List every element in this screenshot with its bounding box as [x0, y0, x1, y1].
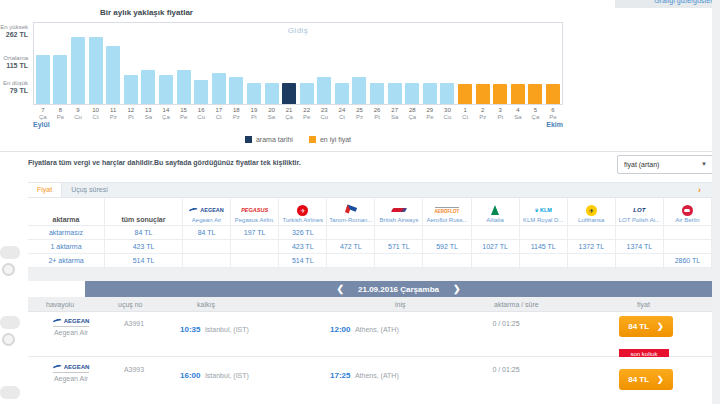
- day-of-week: Pt: [122, 114, 140, 120]
- aeroflot-logo-icon: AEROFLOT: [435, 204, 460, 216]
- chart-bar-day-9[interactable]: [71, 37, 85, 104]
- chart-bar-day-17[interactable]: [212, 73, 226, 104]
- stops-duration: 0 / 01:25: [476, 320, 536, 327]
- chart-bar-day-11[interactable]: [106, 46, 120, 104]
- price-button[interactable]: 84 TL❯: [619, 316, 673, 337]
- chart-bar-day-5[interactable]: [528, 84, 542, 104]
- chart-day-label: 24Ct: [333, 107, 351, 120]
- day-of-week: Pt: [491, 114, 509, 120]
- chart-bar-day-4[interactable]: [511, 84, 525, 104]
- filter-radio[interactable]: [2, 263, 15, 276]
- chart-bar-day-23[interactable]: [317, 77, 331, 104]
- matrix-airline-aeroflot[interactable]: AEROFLOTAeroflot Russ...: [423, 198, 471, 226]
- chart-bar-day-12[interactable]: [124, 75, 138, 104]
- filter-slider-handle[interactable]: [0, 316, 20, 329]
- chart-bar-day-21[interactable]: [282, 83, 296, 104]
- matrix-one_stop-lot-price[interactable]: 1374 TL: [616, 240, 664, 254]
- matrix-direct-all-price[interactable]: 84 TL: [105, 226, 183, 240]
- chart-bar-day-30[interactable]: [440, 83, 454, 104]
- chart-bar-day-18[interactable]: [229, 77, 243, 104]
- day-of-week: Pe: [421, 114, 439, 120]
- tab-ucus-suresi[interactable]: Uçuş süresi: [62, 183, 117, 197]
- prev-day-icon[interactable]: ❮: [336, 284, 344, 294]
- chart-bar-day-14[interactable]: [159, 75, 173, 104]
- matrix-airline-alitalia[interactable]: Alitalia: [472, 198, 520, 226]
- matrix-airline-lot[interactable]: LOTLOT Polish Ai...: [616, 198, 664, 226]
- matrix-empty-cell: [423, 226, 471, 240]
- chart-bar-day-29[interactable]: [423, 83, 437, 104]
- airline-name: Alitalia: [486, 217, 504, 223]
- matrix-direct-pegasus-price[interactable]: 197 TL: [231, 226, 279, 240]
- price-notice: Fiyatlara tüm vergi ve harçlar dahildir.…: [28, 159, 301, 166]
- matrix-one_stop-lot-price-label: 1374 TL: [627, 243, 653, 250]
- departure-airport: Istanbul, (IST): [205, 326, 249, 333]
- chart-bar-cell: [87, 23, 105, 104]
- matrix-direct-turkish-price[interactable]: 326 TL: [279, 226, 327, 240]
- chevron-right-icon: ❯: [657, 322, 664, 331]
- matrix-one_stop-klm-price[interactable]: 1145 TL: [520, 240, 568, 254]
- tab-fiyat[interactable]: Fiyat: [28, 183, 62, 197]
- chart-bar-day-26[interactable]: [370, 83, 384, 104]
- matrix-airline-lufthansa[interactable]: ✈Lufthansa: [568, 198, 616, 226]
- matrix-header-all-results: tüm sonuçlar: [105, 198, 183, 226]
- matrix-multi-turkish-price[interactable]: 514 TL: [279, 254, 327, 268]
- chart-bar-day-8[interactable]: [53, 55, 67, 104]
- next-day-icon[interactable]: ❯: [453, 284, 461, 294]
- filter-radio[interactable]: [2, 333, 15, 346]
- chart-bar-day-28[interactable]: [405, 83, 419, 104]
- chart-bar-day-6[interactable]: [546, 84, 560, 104]
- matrix-tabbar: Fiyat Uçuş süresi: [28, 182, 712, 198]
- logo-text: AEGEAN: [64, 318, 90, 324]
- matrix-one_stop-aeroflot-price[interactable]: 592 TL: [423, 240, 471, 254]
- matrix-direct-pegasus-price-label: 197 TL: [244, 229, 266, 236]
- day-number: 8: [52, 107, 70, 113]
- chart-bar-day-24[interactable]: [335, 83, 349, 104]
- matrix-airline-airberlin[interactable]: Air Berlin: [664, 198, 712, 226]
- chart-bar-day-3[interactable]: [493, 84, 507, 104]
- day-of-week: Ça: [34, 114, 52, 120]
- ba-ribbon: [391, 208, 407, 212]
- price-label: 84 TL: [628, 375, 649, 384]
- chart-bar-day-16[interactable]: [194, 80, 208, 104]
- chart-bar-day-25[interactable]: [352, 77, 366, 104]
- price-chart-panel: Bir aylık yaklaşık fiyatlar En yüksek 26…: [0, 0, 712, 151]
- matrix-airline-aegean[interactable]: AEGEANAegean Air: [183, 198, 231, 226]
- chart-bar-day-27[interactable]: [388, 83, 402, 104]
- matrix-one_stop-turkish-price[interactable]: 423 TL: [279, 240, 327, 254]
- chart-day-label: 6Pe: [544, 107, 562, 120]
- matrix-airline-tarom[interactable]: Tarom-Roman...: [327, 198, 375, 226]
- chart-bar-day-19[interactable]: [247, 83, 261, 104]
- matrix-airline-ba[interactable]: British Airways: [375, 198, 423, 226]
- matrix-one_stop-tarom-price[interactable]: 472 TL: [327, 240, 375, 254]
- matrix-multi-all-price[interactable]: 514 TL: [105, 254, 183, 268]
- chart-bar-day-7[interactable]: [36, 55, 50, 104]
- chart-bar-day-22[interactable]: [300, 83, 314, 104]
- matrix-one_stop-ba-price-label: 571 TL: [388, 243, 410, 250]
- chart-bar-day-13[interactable]: [141, 70, 155, 104]
- matrix-one_stop-ba-price[interactable]: 571 TL: [375, 240, 423, 254]
- matrix-direct-aegean-price[interactable]: 84 TL: [183, 226, 231, 240]
- matrix-airline-klm[interactable]: ♛KLMKLM Royal D...: [520, 198, 568, 226]
- filter-slider-handle[interactable]: [0, 386, 20, 399]
- chart-bar-day-20[interactable]: [265, 83, 279, 104]
- sort-select[interactable]: fiyat (artan): [617, 155, 713, 174]
- price-button[interactable]: 84 TL❯: [619, 369, 673, 390]
- matrix-scroll-right-icon[interactable]: ›: [698, 185, 701, 195]
- chart-day-label: 14Ça: [157, 107, 175, 120]
- matrix-one_stop-alitalia-price[interactable]: 1027 TL: [472, 240, 520, 254]
- flight-airline-logo: AEGEANAegean Air: [40, 364, 102, 382]
- flight-results: ❮ 21.09.2016 Çarşamba ❯ havayolu uçuş no…: [28, 281, 712, 404]
- chart-bar-day-2[interactable]: [476, 84, 490, 104]
- day-number: 11: [104, 107, 122, 113]
- chart-day-label: 29Pe: [421, 107, 439, 120]
- toggle-chart-link[interactable]: Grafiği gizle/göster ▾: [622, 0, 718, 7]
- chart-bar-day-10[interactable]: [89, 37, 103, 104]
- filter-slider-handle[interactable]: [0, 246, 20, 259]
- matrix-one_stop-all-price[interactable]: 423 TL: [105, 240, 183, 254]
- matrix-airline-pegasus[interactable]: PEGASUSPegasus Airlin.: [231, 198, 279, 226]
- matrix-multi-airberlin-price[interactable]: 2860 TL: [664, 254, 712, 268]
- chart-bar-day-1[interactable]: [458, 84, 472, 104]
- chart-bar-day-15[interactable]: [177, 70, 191, 104]
- matrix-airline-turkish[interactable]: ✈Turkish Airlines: [279, 198, 327, 226]
- matrix-one_stop-lufthansa-price[interactable]: 1372 TL: [568, 240, 616, 254]
